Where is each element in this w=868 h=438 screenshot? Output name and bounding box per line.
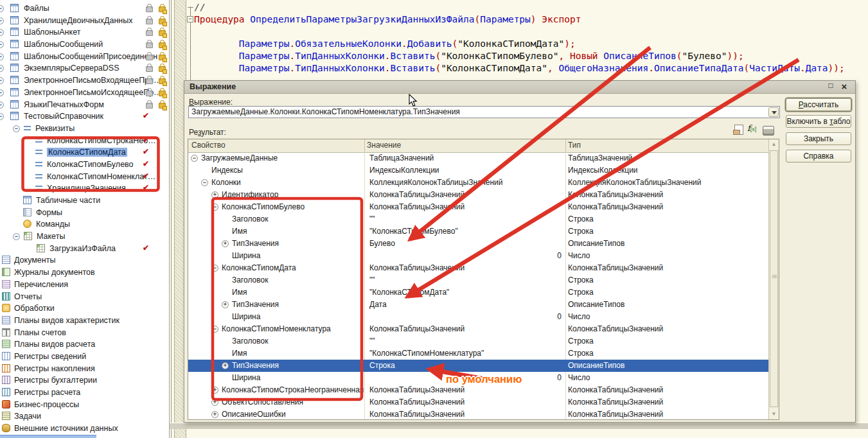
collapse-procedure-icon[interactable]: −	[187, 16, 193, 22]
result-table-header[interactable]: Свойство Значение Тип	[188, 139, 768, 153]
tree-item-label[interactable]: Отчеты	[14, 292, 42, 301]
tree-item-label[interactable]: Реквизиты	[35, 124, 75, 133]
expand-row-icon[interactable]: +	[222, 240, 229, 247]
table-row[interactable]: −КолонкаСТипомДатаКолонкаТаблицыЗначений…	[188, 262, 768, 274]
tree-item[interactable]: Команды	[0, 218, 169, 231]
table-row[interactable]: +ОбъектСопоставленияКолонкаТаблицыЗначен…	[188, 396, 768, 408]
expand-row-icon[interactable]: +	[211, 387, 218, 394]
code-line[interactable]: Процедура ОпределитьПараметрыЗагрузкиДан…	[194, 13, 845, 26]
tree-item-label[interactable]: Бизнес-процессы	[14, 400, 79, 409]
tree-item-label[interactable]: ЭлектронноеПисьмоИсходящееПр…	[24, 88, 162, 97]
column-separator[interactable]	[364, 139, 365, 152]
tree-item[interactable]: Бизнес-процессы	[0, 399, 169, 411]
tree-item[interactable]: ЗагрузкаИзФайла✔	[0, 243, 169, 255]
table-row[interactable]: Заголовок""Строка	[188, 335, 768, 347]
code-line[interactable]: //	[194, 1, 845, 13]
tree-item[interactable]: КолонкаСТипомДата✔	[0, 146, 169, 159]
table-row[interactable]: +ТипЗначенияБулевоОписаниеТипов	[188, 238, 768, 250]
expand-node-icon[interactable]: −	[0, 41, 4, 48]
tree-item[interactable]: −ЭлектронноеПисьмоВходящееПри…	[0, 74, 169, 87]
tree-item-label[interactable]: ШаблоныСообщенийПрисоединенн…	[24, 52, 166, 61]
tree-item[interactable]: Формы	[0, 207, 169, 219]
tree-item-label[interactable]: Регистры бухгалтерии	[14, 376, 97, 385]
code-line[interactable]: Параметры.ТипДанныхКолонки.Вставить("Кол…	[194, 62, 845, 74]
tree-item-label[interactable]: КолонкаСТипомДата	[47, 148, 127, 157]
tree-item-label[interactable]: ШаблоныСообщений	[24, 40, 103, 49]
table-row[interactable]: Имя"КолонкаСТипомНоменклатура"Строка	[188, 347, 768, 360]
table-row[interactable]: −КолонкиКоллекцияКолонокТаблицыЗначенийК…	[188, 177, 768, 189]
tree-item-label[interactable]: Регистры накопления	[14, 364, 95, 373]
tree-item[interactable]: Документы	[0, 254, 169, 267]
tree-item-label[interactable]: Формы	[36, 208, 62, 217]
tree-item[interactable]: −ШаблоныАнкет	[0, 26, 169, 39]
tree-item-label[interactable]: Перечисления	[14, 280, 68, 289]
table-row[interactable]: Имя"КолонкаСТипомДата"Строка	[188, 286, 768, 299]
tree-item[interactable]: −ТестовыйСправочник✔	[0, 110, 169, 123]
table-row[interactable]: +ОписаниеОшибкиКолонкаТаблицыЗначенийКол…	[188, 408, 768, 419]
table-row[interactable]: −КолонкаСТипомБулевоКолонкаТаблицыЗначен…	[188, 201, 768, 213]
tree-item-label[interactable]: ЭлектронноеПисьмоВходящееПри…	[24, 76, 162, 85]
expand-row-icon[interactable]: +	[222, 362, 229, 369]
tree-item-label[interactable]: ХранилищеЗначения	[47, 184, 126, 193]
tree-item[interactable]: Отчеты	[0, 291, 169, 303]
splitter[interactable]	[171, 0, 172, 438]
tree-item[interactable]: Регистры бухгалтерии	[0, 374, 169, 387]
tree-item-label[interactable]: Документы	[14, 256, 55, 265]
expand-node-icon[interactable]: −	[0, 53, 4, 60]
metadata-tree[interactable]: −Файлы−ХранилищеДвоичныхДанных−ШаблоныАн…	[0, 0, 170, 438]
collapse-node-icon[interactable]: −	[13, 233, 20, 240]
scroll-down-icon[interactable]: ▼	[769, 409, 779, 419]
table-row[interactable]: Заголовок""Строка	[188, 274, 768, 286]
tree-item-label[interactable]: ЭкземплярыСервераDSS	[24, 64, 120, 73]
tree-item[interactable]: КолонкаСТипомСтрокаНео…✔	[0, 135, 169, 147]
table-row[interactable]: Ширина0Число	[188, 311, 768, 323]
tree-item[interactable]: Регистры расчета	[0, 387, 169, 399]
tree-item[interactable]: Регистры сведений	[0, 351, 169, 363]
tree-item-label[interactable]: ТестовыйСправочник	[24, 112, 103, 121]
tree-item[interactable]: Внешние источники данных	[0, 423, 169, 435]
function-fx-icon[interactable]: f[x]	[747, 123, 759, 134]
tree-item[interactable]: −ЯзыкиПечатныхФорм	[0, 99, 169, 111]
tree-item-label[interactable]: Задачи	[14, 412, 41, 421]
tree-item-label[interactable]: Макеты	[37, 232, 65, 241]
table-row[interactable]: Ширина0Число	[188, 250, 768, 262]
expand-node-icon[interactable]: −	[0, 17, 4, 24]
maximize-icon[interactable]: □	[825, 81, 837, 92]
tree-item-label[interactable]: Команды	[36, 220, 70, 229]
code-line[interactable]	[194, 26, 845, 38]
table-row[interactable]: +ИдентификаторКолонкаТаблицыЗначенийКоло…	[188, 189, 768, 201]
expand-node-icon[interactable]: −	[0, 65, 4, 72]
column-header-value[interactable]: Значение	[367, 141, 401, 150]
tree-item[interactable]: Табличные части	[0, 195, 169, 207]
print-icon[interactable]	[763, 126, 774, 136]
tree-item-label[interactable]: КолонкаСТипомСтрокаНео…	[47, 136, 156, 145]
table-row[interactable]: −ЗагружаемыеДанныеТаблицаЗначенийТаблица…	[188, 152, 768, 164]
collapse-row-icon[interactable]: −	[211, 204, 218, 211]
tree-item[interactable]: −Реквизиты	[0, 123, 169, 135]
tree-item-label[interactable]: КолонкаСТипомБулево	[47, 160, 134, 169]
collapse-node-icon[interactable]: −	[13, 125, 20, 132]
code-line[interactable]: Параметры.ОбязательныеКолонки.Добавить("…	[194, 38, 845, 50]
tree-item[interactable]: −ШаблоныСообщений	[0, 39, 169, 51]
tree-item-label[interactable]: ХранилищеДвоичныхДанных	[24, 16, 133, 25]
result-table-body[interactable]: −ЗагружаемыеДанныеТаблицаЗначенийТаблица…	[188, 152, 768, 419]
scrollbar-thumb[interactable]	[770, 150, 778, 407]
tree-item[interactable]: −ЭкземплярыСервераDSS	[0, 62, 169, 74]
result-table[interactable]: Свойство Значение Тип −ЗагружаемыеДанные…	[188, 139, 779, 420]
tree-item-label[interactable]: Планы видов расчета	[14, 340, 95, 349]
tree-item-label[interactable]: Планы видов характеристик	[14, 316, 120, 325]
column-header-property[interactable]: Свойство	[191, 141, 226, 150]
collapse-row-icon[interactable]: −	[191, 155, 198, 162]
tree-item-label[interactable]: Регистры расчета	[14, 388, 80, 397]
result-table-scrollbar[interactable]: ▲ ▼	[768, 139, 779, 419]
include-in-watch-button[interactable]: Включить в табло	[786, 115, 851, 128]
tree-item-label[interactable]: Внешние источники данных	[14, 424, 118, 433]
tree-item-label[interactable]: КолонкаСТипомНоменклат…	[47, 172, 155, 181]
tree-item[interactable]: −ШаблоныСообщенийПрисоединенн…	[0, 51, 169, 63]
tree-item-label[interactable]: Файлы	[24, 4, 49, 13]
tree-item-label[interactable]: Обработки	[14, 304, 55, 313]
evaluate-expression-icon[interactable]	[734, 125, 743, 135]
close-icon[interactable]: ×	[838, 81, 850, 92]
tree-item[interactable]: −ЭлектронноеПисьмоИсходящееПр…	[0, 87, 169, 99]
tree-item[interactable]: −Файлы	[0, 3, 169, 15]
